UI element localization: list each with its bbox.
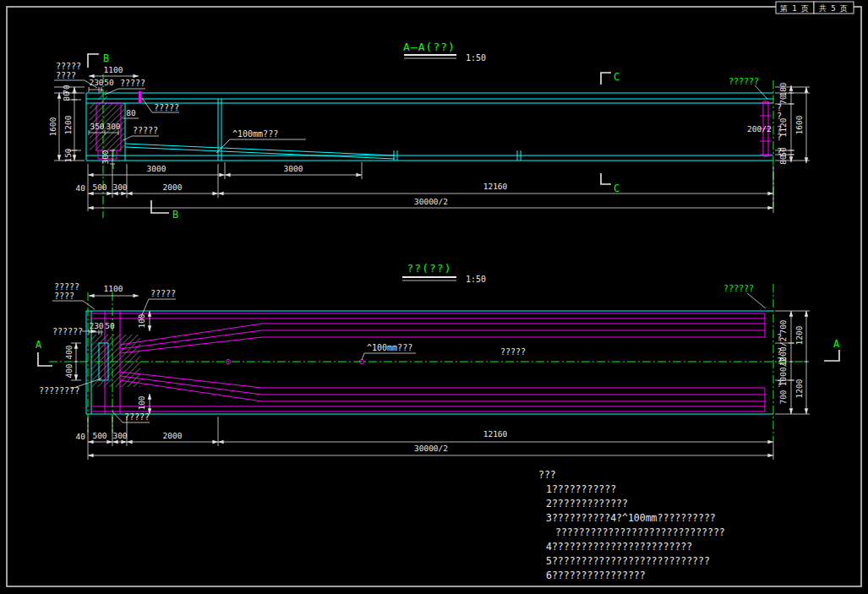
drawing-canvas: 第 1 页 共 5 页 A—A(??) 1:50 B B C C ????? ?… [0,0,868,594]
dim-80-web: 80 [126,108,136,117]
dim-12160: 12160 [483,182,508,191]
stirrup-bar [139,91,141,103]
dim-3000-a: 3000 [147,164,167,173]
page-indicator: 第 1 页 共 5 页 [776,2,854,14]
dim-40: 40 [76,183,86,193]
plan-label-bottom-bar: ????? [124,412,150,422]
plan-dim-2000: 2000 [163,431,183,440]
notes-line: ????????????????????????????? [555,526,725,538]
plan-dim-300: 300 [112,431,127,440]
section-mark-a-right: A [833,338,840,350]
plan-dim-1200-t: 1200 [794,325,804,345]
plan-section-brackets [38,350,839,366]
section-mark-c-bottom: C [614,183,620,194]
dim-300: 300 [106,122,120,131]
notes-block: ??? 1??????????? 2????????????? 3???????… [538,469,725,581]
dim-right-180: 180 [778,82,788,96]
elevation-scale: 1:50 [466,53,486,63]
elevation-annotation-lines [54,80,810,213]
plan-dim-100-top: 100 [137,313,146,328]
dim-230: 230 [89,78,103,87]
dim-right-80: 80 [778,155,788,165]
section-mark-b-top: B [103,52,109,64]
dim-right-1120: 1120 [778,117,788,137]
plan-dim-1100: 1100 [104,284,123,293]
dim-200-2: 200/2 [747,124,772,134]
plan-title: ??(??) [407,262,452,275]
elevation-view: A—A(??) 1:50 B B C C ????? ???? ????? ??… [48,41,810,221]
notes-line: 3??????????4?^100mm?????????? [546,512,716,524]
plan-centerlines [49,284,810,443]
plan-tendons [91,311,765,414]
plan-label-corner-2: ???? [54,292,74,301]
dim-50: 50 [104,78,114,87]
plan-view: ??(??) 1:50 A A ????? ???? ????? ?????? … [35,262,840,460]
section-mark-c-top: C [614,71,620,83]
plan-label-center: ????? [500,347,526,357]
dim-500: 500 [92,183,106,192]
plan-label-plate: ???????? [39,386,79,395]
section-mark-b-bottom: B [172,209,178,221]
label-corner-1: ????? [56,62,81,71]
dim-right-1600: 1600 [794,115,804,134]
dim-350: 350 [90,122,104,131]
label-bar-upper: ????? [154,103,179,112]
plan-label-midspan-green: ?????? [723,284,754,293]
plan-dim-700-b: 700 [778,390,788,404]
dim-left-150: 150 [63,148,73,162]
plan-label-top-bar: ????? [150,289,176,298]
notes-title: ??? [538,469,556,481]
plan-label-block: ?????? [52,327,83,336]
label-bar-lower: ????? [133,126,158,135]
dim-300-v: 300 [101,150,110,164]
dim-300-b: 300 [112,183,127,192]
plan-dim-400-a: 400 [64,345,74,359]
elevation-title: A—A(??) [403,41,456,53]
plan-dim-100-bot: 100 [137,395,146,410]
plan-dim-40: 40 [76,432,86,441]
plan-label-corner-1: ????? [54,282,79,292]
notes-line: 2????????????? [546,498,628,510]
plan-dim-lines [76,296,806,455]
dim-left-1200: 1200 [63,115,73,134]
plan-dim-12160: 12160 [483,429,508,439]
label-corner-2: ???? [56,71,76,80]
plan-dim-50: 50 [105,321,115,330]
plan-dim-1200-b: 1200 [794,379,804,398]
dim-3000-b: 3000 [284,164,303,173]
notes-line: 4???????????????????????? [546,541,692,553]
plan-dim-700-t: 700 [778,319,788,334]
plan-dim-230: 230 [89,321,103,330]
dim-right-70: 70 [778,95,788,105]
page-total: 共 5 页 [819,4,848,13]
dim-left-1600: 1600 [48,117,57,136]
notes-line: 1??????????? [546,483,616,495]
plan-label-drain: ^100mm??? [367,343,412,352]
page-number: 第 1 页 [780,4,809,13]
cad-sheet: 第 1 页 共 5 页 A—A(??) 1:50 B B C C ????? ?… [0,0,868,594]
sheet-border [7,7,861,586]
dim-left-80: 80 [62,91,71,101]
notes-line: 6???????????????? [546,569,646,581]
section-mark-a-left: A [35,339,42,351]
plan-dim-30000-2: 30000/2 [414,444,448,453]
plan-scale: 1:50 [466,275,486,284]
dim-30000-2: 30000/2 [414,197,448,206]
beam-outline [86,93,773,161]
plan-dim-500: 500 [92,431,106,440]
dim-2000: 2000 [163,183,183,192]
dim-1100: 1100 [104,65,123,74]
label-end-top: ????? [120,79,145,88]
label-drain-hole: ^100mm??? [232,129,278,139]
plan-dim-1000-b: 1000/2 [778,357,788,386]
plan-dim-400-b: 400 [64,363,74,378]
plan-outline [86,311,773,414]
notes-line: 5??????????????????????????? [546,555,710,567]
label-midspan-green: ?????? [729,77,759,86]
